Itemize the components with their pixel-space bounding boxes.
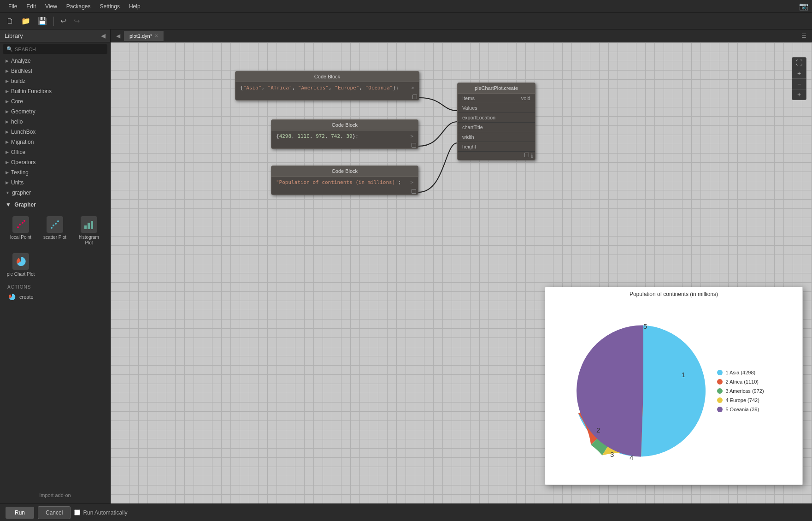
sidebar-item-birdnest[interactable]: ▶BirdNest xyxy=(0,66,110,76)
pie-node-row-height: height xyxy=(458,142,535,152)
canvas-area[interactable]: ◀ plot1.dyn* × ☰ Code Block {"Asia", "Af… xyxy=(111,30,812,503)
arrow-icon: ▶ xyxy=(6,170,9,175)
pie-node-info-icon[interactable]: ℹ xyxy=(531,153,533,159)
pie-node-footer: ℹ xyxy=(458,152,535,160)
legend-label-europe: 4 Europe (742) xyxy=(725,397,759,403)
pie-label-5: 5 xyxy=(643,322,647,330)
local-point-icon-box xyxy=(12,216,29,233)
fullscreen-button[interactable]: ⛶ xyxy=(792,58,806,68)
auto-run-label[interactable]: Run Automatically xyxy=(74,509,127,516)
legend-dot-asia xyxy=(717,370,723,375)
port-export-label: exportLocation xyxy=(462,115,495,120)
sidebar-tree: ▶Analyze ▶BirdNest ▶buildz ▶Builtin Func… xyxy=(0,56,110,487)
screenshot-button[interactable]: 📷 xyxy=(799,2,808,11)
menu-file[interactable]: File xyxy=(4,1,22,12)
pie-node-header: pieChartPlot.create xyxy=(458,83,535,94)
legend-item-europe: 4 Europe (742) xyxy=(717,397,764,403)
zoom-out-button[interactable]: − xyxy=(792,79,806,89)
tab-plot1[interactable]: plot1.dyn* × xyxy=(124,31,164,41)
code-block-3-node[interactable]: Code Block "Population of continents (in… xyxy=(271,166,418,195)
resize-handle[interactable] xyxy=(412,95,417,99)
histogram-plot-label: histogram Plot xyxy=(75,235,103,246)
grapher-histogram-plot[interactable]: histogram Plot xyxy=(73,213,105,249)
menu-view[interactable]: View xyxy=(41,1,62,12)
sidebar-item-buildz[interactable]: ▶buildz xyxy=(0,76,110,86)
hamburger-icon[interactable]: ☰ xyxy=(798,33,810,39)
pie-chart-node[interactable]: pieChartPlot.create Items void Values ex… xyxy=(457,83,535,160)
scatter-plot-icon xyxy=(49,219,60,230)
sidebar-item-geometry[interactable]: ▶Geometry xyxy=(0,107,110,117)
sidebar-item-grapher[interactable]: ▼grapher xyxy=(0,188,110,198)
code-block-3-header: Code Block xyxy=(271,166,418,177)
search-input[interactable] xyxy=(15,47,104,52)
resize-handle[interactable] xyxy=(412,143,416,148)
sidebar-item-analyze[interactable]: ▶Analyze xyxy=(0,56,110,66)
cb1-arrow: > xyxy=(411,85,414,91)
arrow-icon: ▶ xyxy=(6,160,9,165)
new-button[interactable]: 🗋 xyxy=(4,15,17,27)
undo-button[interactable]: ↩ xyxy=(58,15,69,27)
search-box[interactable]: 🔍 xyxy=(3,44,107,54)
legend-dot-oceania xyxy=(717,407,723,412)
port-height-label: height xyxy=(462,144,476,149)
arrow-icon: ▶ xyxy=(6,69,9,73)
import-addon-button[interactable]: Import add-on xyxy=(0,487,110,503)
code-block-3-content[interactable]: "Population of continents (in millions)"… xyxy=(271,177,418,188)
legend-item-asia: 1 Asia (4298) xyxy=(717,370,764,375)
sidebar-item-operators[interactable]: ▶Operators xyxy=(0,157,110,167)
chart-legend: 1 Asia (4298) 2 Africa (1110) 3 Americas… xyxy=(712,365,773,417)
sidebar-item-testing[interactable]: ▶Testing xyxy=(0,167,110,178)
create-action-icon xyxy=(7,292,17,302)
code-block-2-node[interactable]: Code Block {4298, 1110, 972, 742, 39}; > xyxy=(271,119,418,149)
sidebar-item-core[interactable]: ▶Core xyxy=(0,96,110,107)
sidebar-item-units[interactable]: ▶Units xyxy=(0,178,110,188)
svg-point-5 xyxy=(53,225,54,226)
tab-close-button[interactable]: × xyxy=(155,33,158,39)
sidebar-item-lunchbox[interactable]: ▶LunchBox xyxy=(0,127,110,137)
svg-rect-10 xyxy=(91,221,93,229)
save-button[interactable]: 💾 xyxy=(35,15,50,27)
zoom-controls: ⛶ + − + xyxy=(792,57,806,100)
run-button[interactable]: Run xyxy=(6,507,34,519)
sidebar-collapse-icon[interactable]: ◀ xyxy=(101,32,106,39)
open-button[interactable]: 📁 xyxy=(18,15,33,27)
zoom-fit-button[interactable]: + xyxy=(792,89,806,100)
sidebar-item-hello[interactable]: ▶hello xyxy=(0,117,110,127)
cancel-button[interactable]: Cancel xyxy=(38,506,71,519)
menu-help[interactable]: Help xyxy=(124,1,145,12)
sidebar-item-builtin[interactable]: ▶Builtin Functions xyxy=(0,86,110,96)
code-block-1-header: Code Block xyxy=(235,71,419,82)
grapher-local-point[interactable]: local Point xyxy=(5,213,37,249)
grapher-pie-chart-plot[interactable]: pie Chart Plot xyxy=(5,250,37,280)
menubar: File Edit View Packages Settings Help xyxy=(0,0,812,13)
legend-label-oceania: 5 Oceania (39) xyxy=(725,407,759,412)
action-create[interactable]: create xyxy=(3,290,107,303)
main-layout: Library ◀ 🔍 ▶Analyze ▶BirdNest ▶buildz ▶… xyxy=(0,30,812,503)
menu-packages[interactable]: Packages xyxy=(62,1,95,12)
code-block-1-content[interactable]: {"Asia", "Africa", "Americas", "Europe",… xyxy=(235,82,419,94)
code-block-3-footer xyxy=(271,188,418,195)
grapher-scatter-plot[interactable]: scatter Plot xyxy=(39,213,71,249)
zoom-in-button[interactable]: + xyxy=(792,68,806,78)
resize-handle[interactable] xyxy=(412,189,416,194)
port-values-label: Values xyxy=(462,105,477,111)
redo-button[interactable]: ↪ xyxy=(71,15,82,27)
grapher-expand-arrow: ▼ xyxy=(6,201,11,208)
sidebar-item-office[interactable]: ▶Office xyxy=(0,147,110,157)
code-block-2-content[interactable]: {4298, 1110, 972, 742, 39}; > xyxy=(271,130,418,142)
pie-label-3: 3 xyxy=(610,450,614,458)
resize-handle[interactable] xyxy=(524,153,529,157)
auto-run-checkbox[interactable] xyxy=(74,509,80,515)
chart-window: Population of continents (in millions) xyxy=(545,287,803,485)
svg-point-7 xyxy=(57,220,59,222)
menu-edit[interactable]: Edit xyxy=(22,1,41,12)
sidebar-item-migration[interactable]: ▶Migration xyxy=(0,137,110,147)
code-block-1-node[interactable]: Code Block {"Asia", "Africa", "Americas"… xyxy=(235,71,419,101)
pie-chart-plot-label: pie Chart Plot xyxy=(7,272,35,277)
sidebar-toggle-icon[interactable]: ◀ xyxy=(112,31,124,41)
cb1-str3: "Americas" xyxy=(298,85,329,91)
svg-point-0 xyxy=(17,226,19,228)
cb2-n5: 39 xyxy=(346,133,352,139)
menu-settings[interactable]: Settings xyxy=(95,1,124,12)
tabs-bar: ◀ plot1.dyn* × ☰ xyxy=(111,30,812,42)
